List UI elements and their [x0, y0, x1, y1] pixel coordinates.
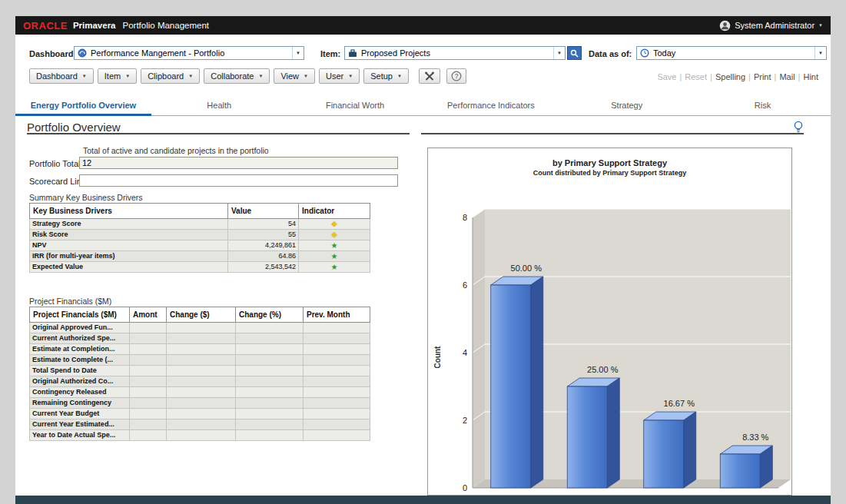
- search-icon: [570, 49, 579, 58]
- green-star-icon: ★: [331, 252, 338, 260]
- financials-table-row[interactable]: Current Year Budget: [30, 409, 370, 419]
- dashboard-label: Dashboard:: [29, 49, 76, 58]
- menu-collaborate-button[interactable]: Collaborate▼: [204, 68, 270, 84]
- kbd-table-row[interactable]: NPV4,249,861★: [30, 240, 370, 251]
- y-tick-label: 6: [463, 280, 467, 290]
- yellow-diamond-icon: ◆: [332, 230, 337, 238]
- menu-user-button[interactable]: User▼: [319, 68, 360, 84]
- financials-row-label: Estimate at Completion...: [30, 344, 130, 355]
- tab-performance-indicators[interactable]: Performance Indicators: [423, 98, 559, 116]
- menu-dashboard-button[interactable]: Dashboard▼: [29, 68, 94, 84]
- bar-side-face: [531, 277, 543, 488]
- menu-clipboard-button[interactable]: Clipboard▼: [141, 68, 200, 84]
- data-as-of-select[interactable]: Today ▼: [636, 46, 827, 60]
- financials-cell: [167, 387, 236, 398]
- footer-bar: [15, 496, 831, 504]
- financials-cell: [130, 355, 167, 366]
- action-link-reset[interactable]: Reset: [685, 72, 707, 81]
- data-as-of-select-value: Today: [653, 48, 811, 58]
- financials-cell: [304, 409, 370, 419]
- financials-row-label: Year to Date Actual Spe...: [30, 430, 130, 441]
- financials-table-row[interactable]: Total Spend to Date: [30, 366, 370, 376]
- bar-front-face: [644, 420, 684, 488]
- financials-table-row[interactable]: Current Authorized Spe...: [30, 333, 370, 344]
- y-axis-title: Count: [433, 346, 442, 369]
- user-icon: [719, 20, 731, 32]
- chevron-down-icon: ▼: [553, 47, 565, 59]
- financials-cell: [304, 355, 370, 366]
- search-button[interactable]: [567, 46, 582, 60]
- tab-strategy[interactable]: Strategy: [559, 98, 695, 116]
- product-name: Primavera: [73, 21, 116, 30]
- column-header: Change ($): [167, 307, 236, 323]
- item-select[interactable]: Proposed Projects ▼: [344, 46, 566, 60]
- portfolio-note: Total of active and candidate projects i…: [83, 146, 269, 155]
- financials-row-label: Estimate to Complete (...: [30, 355, 130, 366]
- menu-view-button[interactable]: View▼: [274, 68, 315, 84]
- project-financials-table: Project Financials ($M)AmontChange ($)Ch…: [29, 307, 370, 441]
- strategy-bar-chart: 0246850.00 %25.00 %16.67 %8.33 %Count: [428, 148, 791, 495]
- financials-cell: [130, 409, 167, 419]
- menu-button-label: Setup: [370, 71, 393, 81]
- financials-cell: [130, 333, 167, 344]
- financials-table-row[interactable]: Estimate to Complete (...: [30, 355, 370, 366]
- menu-item-button[interactable]: Item▼: [98, 68, 137, 84]
- separator: |: [745, 72, 754, 81]
- financials-cell: [130, 387, 167, 398]
- financials-table-row[interactable]: Contingency Released: [30, 387, 370, 398]
- data-as-of-label: Data as of:: [589, 49, 632, 58]
- action-link-spelling[interactable]: Spelling: [715, 72, 745, 81]
- financials-cell: [130, 323, 167, 333]
- financials-cell: [304, 430, 370, 441]
- kbd-table-row[interactable]: Strategy Score54◆: [30, 219, 370, 230]
- oracle-logo: ORACLE: [23, 20, 68, 32]
- financials-cell: [167, 344, 236, 355]
- financials-row-label: Remaining Contingency: [30, 398, 130, 409]
- menu-button-label: View: [280, 71, 299, 81]
- tab-energy-portfolio-overview[interactable]: Energy Portfolio Overview: [15, 98, 151, 116]
- kbd-table-row[interactable]: Expected Value2,543,542★: [30, 262, 370, 273]
- financials-table-row[interactable]: Current Year Estimated...: [30, 419, 370, 430]
- financials-cell: [304, 419, 370, 430]
- kbd-table-caption: Summary Key Business Drivers: [29, 193, 143, 202]
- action-link-hint[interactable]: Hint: [803, 72, 818, 81]
- financials-table-row[interactable]: Remaining Contingency: [30, 398, 370, 409]
- financials-table-row[interactable]: Year to Date Actual Spe...: [30, 430, 370, 441]
- financials-row-label: Original Approved Fun...: [30, 323, 130, 333]
- action-link-mail[interactable]: Mail: [779, 72, 795, 81]
- menu-setup-button[interactable]: Setup▼: [363, 68, 409, 84]
- action-link-print[interactable]: Print: [754, 72, 771, 81]
- portfolio-total-input[interactable]: [79, 157, 398, 169]
- action-link-save[interactable]: Save: [657, 72, 676, 81]
- portfolio-total-label: Portfolio Total:: [29, 159, 83, 168]
- financials-cell: [304, 366, 370, 376]
- financials-cell: [236, 355, 304, 366]
- hint-bulb-button[interactable]: [793, 121, 804, 137]
- tab-risk[interactable]: Risk: [695, 98, 831, 116]
- financials-cell: [236, 376, 304, 387]
- green-star-icon: ★: [331, 263, 338, 271]
- yellow-diamond-icon: ◆: [332, 220, 337, 227]
- financials-table-row[interactable]: Original Authorized Co...: [30, 376, 370, 387]
- kbd-table-row[interactable]: IRR (for multi-year items)64.86★: [30, 251, 370, 262]
- user-menu[interactable]: System Administrator ▼: [719, 20, 823, 32]
- scorecard-link-input[interactable]: [79, 174, 398, 187]
- tab-health[interactable]: Health: [151, 98, 287, 116]
- financials-cell: [236, 419, 304, 430]
- table-header-row: Key Business DriversValueIndicator: [30, 204, 370, 219]
- financials-cell: [167, 430, 236, 441]
- financials-table-row[interactable]: Original Approved Fun...: [30, 323, 370, 333]
- tab-financial-worth[interactable]: Financial Worth: [287, 98, 423, 116]
- bar-side-face: [607, 378, 619, 488]
- chevron-down-icon: ▼: [188, 74, 193, 78]
- financials-table-row[interactable]: Estimate at Completion...: [30, 344, 370, 355]
- menu-button-label: Clipboard: [148, 71, 184, 81]
- dashboard-select[interactable]: Performance Mangement - Portfolio ▼: [74, 46, 304, 60]
- table-header-row: Project Financials ($M)AmontChange ($)Ch…: [30, 307, 370, 323]
- financials-row-label: Original Authorized Co...: [30, 376, 130, 387]
- tools-button[interactable]: [419, 68, 440, 84]
- kbd-table-row[interactable]: Risk Score55◆: [30, 230, 370, 240]
- bar-percent-label: 8.33 %: [742, 433, 768, 442]
- help-button[interactable]: ?: [446, 68, 466, 84]
- financials-cell: [130, 344, 167, 355]
